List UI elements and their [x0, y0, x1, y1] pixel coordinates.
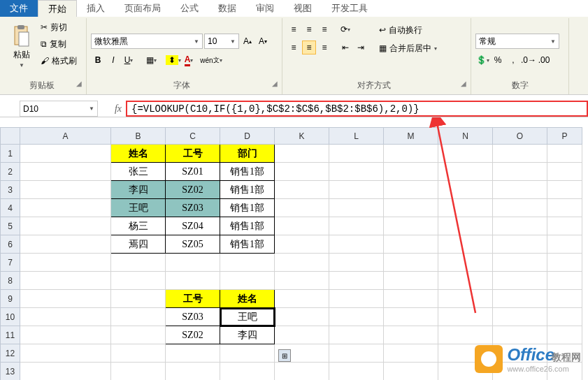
cell[interactable]: SZ05	[166, 235, 220, 254]
cell[interactable]: 工号	[166, 290, 220, 308]
cell[interactable]: SZ04	[166, 217, 220, 235]
phonetic-button[interactable]: wén文▾	[204, 53, 218, 67]
cell[interactable]: SZ02	[166, 326, 220, 344]
align-top-button[interactable]: ≡	[287, 22, 301, 36]
indent-inc-button[interactable]: ⇥	[354, 41, 368, 54]
copy-button[interactable]: ⧉ 复制	[39, 36, 78, 52]
cell[interactable]: 姓名	[220, 290, 275, 308]
cell[interactable]: 工号	[166, 145, 220, 163]
cell[interactable]: 销售1部	[220, 163, 275, 181]
indent-dec-button[interactable]: ⇤	[338, 41, 352, 54]
row-header[interactable]: 9	[1, 290, 20, 308]
cell[interactable]: SZ02	[166, 181, 220, 199]
tab-review[interactable]: 审阅	[246, 0, 284, 17]
row-header[interactable]: 6	[1, 235, 20, 254]
align-left-button[interactable]: ≡	[287, 41, 301, 54]
dialog-launcher-icon[interactable]: ◢	[461, 80, 466, 87]
align-middle-button[interactable]: ≡	[302, 22, 316, 36]
row-header[interactable]: 10	[1, 308, 20, 326]
col-header[interactable]: A	[20, 128, 111, 145]
cell[interactable]: 销售1部	[220, 199, 275, 217]
dialog-launcher-icon[interactable]: ◢	[272, 80, 278, 87]
cell[interactable]: 王吧	[111, 199, 166, 217]
tab-formula[interactable]: 公式	[171, 0, 208, 17]
fx-icon[interactable]: fx	[98, 101, 126, 117]
merge-center-button[interactable]: ▦ 合并后居中▾	[378, 41, 438, 56]
name-box[interactable]: D10 ▼	[20, 101, 98, 117]
font-size-combo[interactable]: 10▼	[204, 34, 239, 49]
row-header[interactable]: 12	[1, 344, 20, 363]
align-bottom-button[interactable]: ≡	[317, 22, 331, 36]
row-header[interactable]: 5	[1, 217, 20, 235]
cell[interactable]: 姓名	[111, 145, 166, 163]
percent-button[interactable]: %	[491, 53, 505, 67]
col-header[interactable]: C	[166, 128, 220, 145]
cell[interactable]: 销售1部	[220, 235, 275, 254]
cell[interactable]: 李四	[111, 181, 166, 199]
paste-button[interactable]: 粘贴 ▼	[7, 20, 36, 74]
cell[interactable]: SZ03	[166, 308, 220, 326]
cell[interactable]: 焉四	[111, 235, 166, 254]
logo-subtext: 教程网	[552, 351, 581, 363]
tab-insert[interactable]: 插入	[77, 0, 115, 17]
currency-button[interactable]: 💲▾	[475, 53, 489, 67]
col-header[interactable]: D	[220, 128, 275, 145]
border-button[interactable]: ▦▾	[144, 53, 158, 67]
tab-data[interactable]: 数据	[208, 0, 246, 17]
row-header[interactable]: 4	[1, 199, 20, 217]
col-header[interactable]: L	[329, 128, 384, 145]
row-header[interactable]: 8	[1, 272, 20, 290]
comma-button[interactable]: ,	[506, 53, 520, 67]
cell[interactable]: SZ03	[166, 199, 220, 217]
cell[interactable]: SZ01	[166, 163, 220, 181]
tab-page-layout[interactable]: 页面布局	[115, 0, 171, 17]
col-header[interactable]: O	[493, 128, 547, 145]
col-header[interactable]: K	[275, 128, 329, 145]
smart-tag-icon[interactable]: ⊞	[278, 349, 291, 362]
dec-decimal-button[interactable]: .00	[537, 53, 551, 67]
col-header[interactable]: M	[384, 128, 438, 145]
orientation-button[interactable]: ⟳▾	[338, 22, 352, 36]
fill-color-button[interactable]: ⬍▾	[166, 53, 180, 67]
row-header[interactable]: 2	[1, 163, 20, 181]
cut-button[interactable]: ✂ 剪切	[39, 20, 78, 35]
formula-input[interactable]: {=VLOOKUP(C10,IF({1,0},$C$2:$C$6,$B$2:$B…	[126, 101, 588, 117]
italic-button[interactable]: I	[106, 53, 120, 67]
bold-button[interactable]: B	[91, 53, 105, 67]
font-name-combo[interactable]: 微软雅黑▼	[91, 34, 203, 49]
format-painter-button[interactable]: 🖌 格式刷	[39, 53, 78, 68]
row-header[interactable]: 11	[1, 326, 20, 344]
logo-url: www.office26.com	[507, 365, 581, 373]
cell[interactable]: 张三	[111, 163, 166, 181]
col-header[interactable]: N	[438, 128, 493, 145]
cell[interactable]: 李四	[220, 326, 275, 344]
tab-dev[interactable]: 开发工具	[322, 0, 378, 17]
inc-decimal-button[interactable]: .0→	[522, 53, 536, 67]
row-header[interactable]: 1	[1, 145, 20, 163]
cell[interactable]: 部门	[220, 145, 275, 163]
number-format-combo[interactable]: 常规▼	[475, 34, 559, 49]
select-all[interactable]	[1, 128, 20, 145]
tab-home[interactable]: 开始	[38, 0, 77, 17]
spreadsheet-grid[interactable]: A B C D K L M N O P 1 姓名 工号 部门 2 张三 SZ01…	[0, 127, 582, 380]
tab-file[interactable]: 文件	[0, 0, 38, 17]
cell[interactable]: 销售1部	[220, 181, 275, 199]
decrease-font-button[interactable]: A▾	[256, 34, 270, 48]
cell-selected[interactable]: 王吧	[220, 308, 275, 326]
underline-button[interactable]: U▾	[122, 53, 136, 67]
font-color-button[interactable]: A▾	[182, 53, 196, 67]
increase-font-button[interactable]: A▴	[241, 34, 254, 48]
row-header[interactable]: 7	[1, 254, 20, 272]
copy-label: 复制	[50, 38, 66, 50]
tab-view[interactable]: 视图	[284, 0, 322, 17]
cell[interactable]: 杨三	[111, 217, 166, 235]
dialog-launcher-icon[interactable]: ◢	[76, 80, 82, 87]
align-center-button[interactable]: ≡	[302, 41, 316, 54]
align-right-button[interactable]: ≡	[317, 41, 331, 54]
col-header[interactable]: P	[547, 128, 582, 145]
row-header[interactable]: 3	[1, 181, 20, 199]
row-header[interactable]: 13	[1, 363, 20, 381]
wrap-text-button[interactable]: ↩ 自动换行	[378, 22, 438, 38]
cell[interactable]: 销售1部	[220, 217, 275, 235]
col-header[interactable]: B	[111, 128, 166, 145]
